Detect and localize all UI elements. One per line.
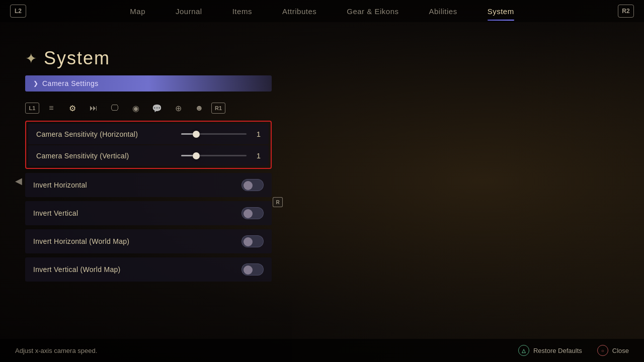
camera-h-slider-track[interactable] — [181, 133, 247, 135]
invert-hw-toggle-track — [242, 235, 264, 247]
nav-item-gear[interactable]: Gear & Eikons — [347, 5, 398, 18]
camera-v-slider-control: 1 — [181, 151, 261, 160]
restore-defaults-action[interactable]: △ Restore Defaults — [518, 345, 582, 356]
invert-h-row[interactable]: Invert Horizontal — [25, 173, 272, 197]
content-panel: ❯ Camera Settings L1 ≡ ⚙ ⏭ 🖵 ◉ 💬 ⊕ ☻ R1 … — [25, 75, 272, 284]
nav-item-abilities[interactable]: Abilities — [429, 5, 457, 18]
close-label: Close — [612, 347, 629, 354]
category-header[interactable]: ❯ Camera Settings — [25, 75, 272, 92]
invert-h-label: Invert Horizontal — [33, 181, 87, 189]
nav-item-items[interactable]: Items — [232, 5, 252, 18]
left-scroll-arrow: ◀ — [15, 175, 22, 187]
triangle-icon: △ — [518, 345, 529, 356]
bottom-bar: Adjust x-axis camera speed. △ Restore De… — [0, 339, 644, 362]
invert-vw-toggle-track — [242, 263, 264, 276]
nav-item-journal[interactable]: Journal — [176, 5, 202, 18]
settings-list: Camera Sensitivity (Horizontal) 1 Camera… — [25, 121, 272, 284]
camera-v-label: Camera Sensitivity (Vertical) — [36, 152, 129, 160]
l2-badge[interactable]: L2 — [10, 5, 26, 18]
r2-badge[interactable]: R2 — [618, 5, 634, 18]
invert-hw-toggle-thumb — [244, 237, 253, 246]
invert-vw-row[interactable]: Invert Vertical (World Map) — [25, 257, 272, 282]
tab-r1[interactable]: R1 — [211, 103, 225, 114]
category-chevron-icon: ❯ — [33, 80, 38, 87]
tab-settings[interactable]: ⚙ — [63, 101, 82, 116]
camera-v-slider-thumb[interactable] — [193, 152, 200, 159]
tab-l1[interactable]: L1 — [25, 103, 39, 114]
invert-vw-toggle-thumb — [244, 265, 253, 275]
bg-arch — [292, 0, 644, 362]
nav-item-map[interactable]: Map — [130, 5, 145, 18]
camera-v-slider-fill — [181, 155, 194, 156]
top-nav: L2 Map Journal Items Attributes Gear & E… — [0, 0, 644, 22]
category-title: Camera Settings — [42, 79, 99, 87]
tab-accessibility[interactable]: ☻ — [190, 101, 208, 116]
bottom-hint: Adjust x-axis camera speed. — [15, 347, 97, 354]
invert-vw-toggle[interactable] — [242, 263, 264, 276]
tab-gamepad[interactable]: ⊕ — [169, 101, 187, 116]
invert-v-row[interactable]: Invert Vertical — [25, 201, 272, 225]
circle-icon: ○ — [597, 345, 608, 356]
camera-h-row[interactable]: Camera Sensitivity (Horizontal) 1 — [28, 124, 269, 144]
page-title-area: ✦ System — [25, 48, 110, 69]
camera-v-row[interactable]: Camera Sensitivity (Vertical) 1 — [28, 145, 269, 166]
nav-item-system[interactable]: System — [488, 5, 514, 18]
r-scroll-button[interactable]: R — [273, 197, 283, 207]
invert-hw-label: Invert Horizontal (World Map) — [33, 237, 129, 245]
page-title: System — [44, 48, 110, 69]
tab-audio[interactable]: ◉ — [127, 101, 145, 116]
tab-media[interactable]: ⏭ — [85, 101, 103, 116]
camera-h-slider-control: 1 — [181, 130, 261, 138]
invert-v-toggle[interactable] — [242, 207, 264, 219]
tab-chat[interactable]: 💬 — [148, 101, 166, 116]
tab-notes[interactable]: ≡ — [42, 101, 60, 116]
invert-hw-row[interactable]: Invert Horizontal (World Map) — [25, 229, 272, 253]
invert-vw-label: Invert Vertical (World Map) — [33, 265, 121, 274]
invert-v-toggle-track — [242, 207, 264, 219]
camera-h-label: Camera Sensitivity (Horizontal) — [36, 130, 138, 138]
camera-h-value: 1 — [253, 130, 261, 138]
close-action[interactable]: ○ Close — [597, 345, 629, 356]
restore-defaults-label: Restore Defaults — [533, 347, 582, 354]
nav-items: Map Journal Items Attributes Gear & Eiko… — [26, 5, 618, 18]
bottom-actions: △ Restore Defaults ○ Close — [518, 345, 629, 356]
invert-hw-toggle[interactable] — [242, 235, 264, 247]
nav-item-attributes[interactable]: Attributes — [282, 5, 316, 18]
invert-v-toggle-thumb — [244, 209, 253, 218]
invert-h-toggle-thumb — [244, 181, 253, 190]
invert-v-label: Invert Vertical — [33, 209, 78, 217]
system-icon: ✦ — [25, 50, 37, 67]
tab-icons-row: L1 ≡ ⚙ ⏭ 🖵 ◉ 💬 ⊕ ☻ R1 — [25, 98, 272, 121]
tab-display[interactable]: 🖵 — [106, 101, 124, 116]
camera-v-value: 1 — [253, 151, 261, 160]
selected-settings-group: Camera Sensitivity (Horizontal) 1 Camera… — [25, 121, 272, 169]
camera-h-slider-thumb[interactable] — [193, 131, 200, 138]
camera-h-slider-fill — [181, 133, 194, 135]
invert-h-toggle-track — [242, 179, 264, 191]
camera-v-slider-track[interactable] — [181, 155, 247, 156]
invert-h-toggle[interactable] — [242, 179, 264, 191]
